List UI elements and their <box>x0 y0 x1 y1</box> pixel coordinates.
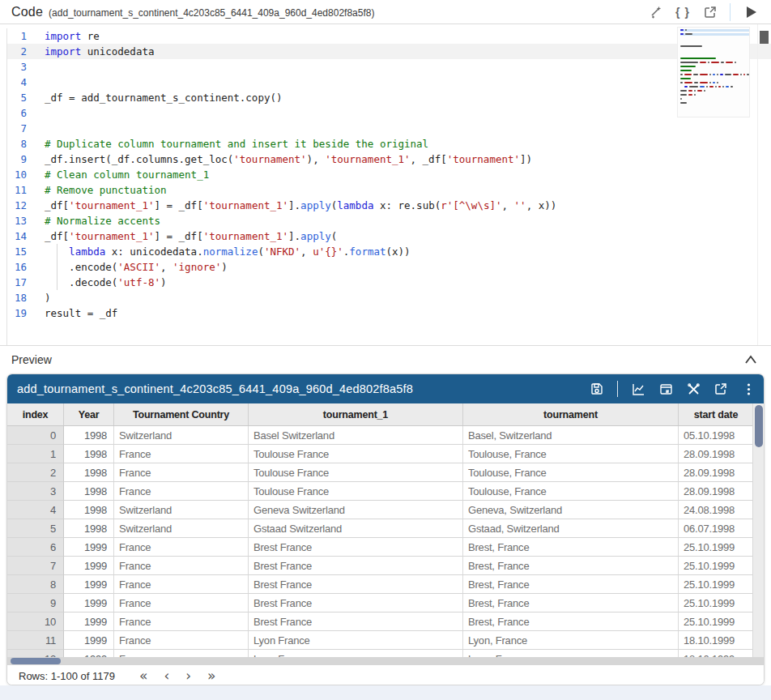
table-cell[interactable]: Brest, France <box>463 557 679 575</box>
table-cell[interactable]: 1998 <box>64 463 114 482</box>
table-cell[interactable]: 1998 <box>64 519 114 538</box>
table-cell[interactable]: 25.10.1999 <box>679 575 754 594</box>
row-index-cell[interactable]: 10 <box>7 612 64 631</box>
table-cell[interactable]: Geneva, Switzerland <box>463 501 679 519</box>
code-scrollbar-thumb[interactable] <box>760 31 769 44</box>
code-line[interactable]: 8# Duplicate column tournament and inser… <box>7 136 771 152</box>
table-cell[interactable]: Switzerland <box>114 501 249 519</box>
table-cell[interactable]: 1999 <box>64 557 114 575</box>
table-cell[interactable]: Brest France <box>249 612 463 631</box>
table-cell[interactable]: 24.08.1998 <box>679 501 754 519</box>
code-line[interactable]: 9_df.insert(_df.columns.get_loc('tournam… <box>7 152 771 167</box>
next-page-icon[interactable]: › <box>185 669 191 683</box>
table-cell[interactable]: Switzerland <box>114 426 249 445</box>
minimap[interactable] <box>677 27 750 117</box>
row-index-cell[interactable]: 9 <box>7 594 64 612</box>
code-line[interactable]: 2import unicodedata <box>7 44 771 59</box>
code-line[interactable]: 13# Normalize accents <box>7 213 771 228</box>
table-cell[interactable]: 18.10.1999 <box>679 631 754 650</box>
code-line[interactable]: 6 <box>7 105 771 121</box>
prev-page-icon[interactable]: ‹ <box>164 669 169 683</box>
table-cell[interactable]: Geneva Switzerland <box>249 501 463 519</box>
row-index-cell[interactable]: 11 <box>7 631 64 650</box>
code-editor[interactable]: 1import re2import unicodedata345_df = ad… <box>0 24 771 346</box>
last-page-icon[interactable]: » <box>207 669 215 683</box>
table-cell[interactable]: Brest France <box>249 575 463 594</box>
code-line[interactable]: 3 <box>7 59 771 75</box>
table-cell[interactable]: Basel, Switzerland <box>463 426 679 445</box>
table-cell[interactable]: Switzerland <box>114 519 249 538</box>
table-cell[interactable]: 1998 <box>64 426 114 445</box>
table-cell[interactable]: 1998 <box>64 445 114 463</box>
code-line[interactable]: 11# Remove punctuation <box>7 182 771 198</box>
table-cell[interactable]: France <box>114 463 249 482</box>
table-cell[interactable]: Toulouse France <box>249 463 463 482</box>
code-line[interactable]: 10# Clean column tournament_1 <box>7 167 771 182</box>
table-cell[interactable]: Brest, France <box>463 538 679 557</box>
code-scrollbar-track[interactable] <box>757 24 771 345</box>
code-line[interactable]: 4 <box>7 75 771 90</box>
code-line[interactable]: 7 <box>7 121 771 136</box>
table-cell[interactable]: France <box>114 538 249 557</box>
table-cell[interactable]: France <box>114 445 249 463</box>
code-line[interactable]: 12_df['tournament_1'] = _df['tournament_… <box>7 198 771 213</box>
table-cell[interactable]: 1999 <box>64 594 114 612</box>
column-header-year[interactable]: Year <box>64 403 114 425</box>
table-cell[interactable]: 28.09.1998 <box>679 445 754 463</box>
table-cell[interactable]: France <box>114 612 249 631</box>
kebab-menu-icon[interactable] <box>741 382 756 396</box>
table-cell[interactable]: Lyon, France <box>463 631 679 650</box>
row-index-cell[interactable]: 7 <box>7 557 64 575</box>
table-cell[interactable]: Toulouse, France <box>463 482 679 501</box>
column-header-tournament[interactable]: tournament <box>463 403 679 425</box>
table-cell[interactable]: 1998 <box>64 501 114 519</box>
table-cell[interactable]: France <box>114 482 249 501</box>
table-cell[interactable]: Brest, France <box>463 612 679 631</box>
chart-icon[interactable] <box>631 382 645 396</box>
table-cell[interactable]: 1999 <box>64 650 114 657</box>
code-line[interactable]: 1import re <box>7 28 771 44</box>
table-cell[interactable]: 1998 <box>64 482 114 501</box>
code-line[interactable]: 16 .encode('ASCII', 'ignore') <box>7 259 771 275</box>
first-page-icon[interactable]: « <box>139 669 147 683</box>
table-cell[interactable]: Toulouse France <box>249 482 463 501</box>
table-cell[interactable]: Lyon France <box>249 631 463 650</box>
table-cell[interactable]: Brest France <box>249 538 463 557</box>
row-index-cell[interactable]: 0 <box>7 426 64 445</box>
magic-wand-icon[interactable] <box>647 4 663 20</box>
save-icon[interactable] <box>590 382 604 396</box>
row-index-cell[interactable]: 3 <box>7 482 64 501</box>
table-cell[interactable]: 06.07.1998 <box>679 519 754 538</box>
table-cell[interactable]: 1999 <box>64 538 114 557</box>
table-cell[interactable]: 1999 <box>64 631 114 650</box>
row-index-cell[interactable]: 4 <box>7 501 64 519</box>
table-cell[interactable]: Gstaad, Switzerland <box>463 519 679 538</box>
table-cell[interactable]: Brest, France <box>463 575 679 594</box>
open-in-window-icon[interactable] <box>658 382 673 396</box>
table-cell[interactable]: 25.10.1999 <box>679 538 754 557</box>
row-index-cell[interactable]: 6 <box>7 538 64 557</box>
collapse-preview-button[interactable] <box>743 354 758 365</box>
grid-hscrollbar-track[interactable] <box>7 657 765 665</box>
open-external-icon[interactable] <box>702 4 718 20</box>
table-cell[interactable]: Brest France <box>249 594 463 612</box>
grid-hscrollbar-thumb[interactable] <box>11 658 61 664</box>
table-cell[interactable]: Toulouse, France <box>463 463 679 482</box>
table-cell[interactable]: Gstaad Switzerland <box>249 519 463 538</box>
row-index-cell[interactable]: 12 <box>7 650 64 657</box>
code-line[interactable]: 14_df['tournament_1'] = _df['tournament_… <box>7 228 771 244</box>
tools-icon[interactable] <box>686 382 701 396</box>
table-cell[interactable]: France <box>114 650 249 657</box>
run-code-button[interactable] <box>747 6 756 18</box>
table-cell[interactable]: 05.10.1998 <box>679 426 754 445</box>
table-cell[interactable]: 25.10.1999 <box>679 557 754 575</box>
code-line[interactable]: 18) <box>7 290 771 305</box>
table-cell[interactable]: France <box>114 631 249 650</box>
table-cell[interactable]: Brest France <box>249 557 463 575</box>
row-index-cell[interactable]: 1 <box>7 445 64 463</box>
code-line[interactable]: 17 .decode('utf-8') <box>7 275 771 290</box>
table-cell[interactable]: Toulouse France <box>249 445 463 463</box>
table-cell[interactable]: France <box>114 594 249 612</box>
grid-vscrollbar-track[interactable] <box>752 403 764 657</box>
column-header-tournament-1[interactable]: tournament_1 <box>249 403 463 425</box>
